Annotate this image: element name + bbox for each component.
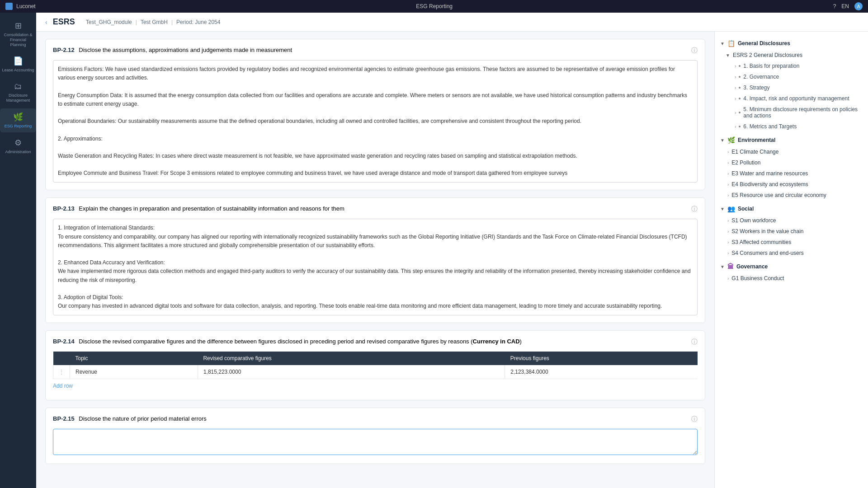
table-col-topic: Topic <box>70 352 198 365</box>
card-header-bp215: BP-2.15 Disclose the nature of prior per… <box>53 415 698 423</box>
help-icon[interactable]: ? <box>833 3 836 9</box>
rp-social-label: Social <box>738 206 754 212</box>
rp-item-e4[interactable]: › E4 Biodiversity and ecosystems <box>715 179 868 190</box>
topbar: Luconet ESG Reporting ? EN A <box>0 0 868 13</box>
env-icon: 🌿 <box>727 136 735 144</box>
page-header: ‹ ESRS Test_GHG_module | Test GmbH | Per… <box>36 13 868 32</box>
lang-selector[interactable]: EN <box>841 3 849 9</box>
sidebar-label-esg: ESG Reporting <box>5 124 32 129</box>
general-icon: 📋 <box>727 40 735 47</box>
rp-sub-impact[interactable]: › 4. Impact, risk and opportunity manage… <box>715 93 868 104</box>
sidebar-item-lease[interactable]: 📄 Lease Accounting <box>0 52 36 76</box>
page-title: ESRS <box>53 17 75 27</box>
card-title-bp213: BP-2.13 Explain the changes in preparati… <box>53 205 344 212</box>
rp-sub-basis[interactable]: › 1. Basis for preparation <box>715 61 868 71</box>
card-header-bp213: BP-2.13 Explain the changes in preparati… <box>53 205 698 213</box>
rp-item-s3[interactable]: › S3 Affected communities <box>715 237 868 248</box>
comparative-table: Topic Revised comparative figures Previo… <box>53 352 698 379</box>
card-header-bp212: BP-2.12 Disclose the assumptions, approx… <box>53 47 698 55</box>
main-wrapper: ‹ ESRS Test_GHG_module | Test GmbH | Per… <box>36 13 868 488</box>
social-icon: 👥 <box>727 205 735 212</box>
content-area: BP-2.12 Disclose the assumptions, approx… <box>36 32 868 488</box>
card-bp215: BP-2.15 Disclose the nature of prior per… <box>45 408 705 464</box>
gov-icon: 🏛 <box>727 263 734 270</box>
cell-revised[interactable]: 1,815,223.0000 <box>198 365 505 379</box>
rp-section-header-env[interactable]: ▼ 🌿 Environmental <box>715 134 868 146</box>
card-title-bp214: BP-2.14 Disclose the revised comparative… <box>53 338 522 345</box>
consolidation-icon: ⊞ <box>15 21 22 31</box>
rp-section-general: ▼ 📋 General Disclosures ▼ ESRS 2 General… <box>715 37 868 132</box>
chevron-env: ▼ <box>720 138 725 143</box>
rp-sub-governance[interactable]: › 2. Governance <box>715 71 868 82</box>
topbar-left: Luconet <box>5 3 36 10</box>
card-title-text-bp214: Disclose the revised comparative figures… <box>79 338 522 345</box>
sidebar-item-consolidation[interactable]: ⊞ Consolidation & Financial Planning <box>0 17 36 51</box>
esg-icon: 🌿 <box>13 112 23 122</box>
rp-item-e2[interactable]: › E2 Pollution <box>715 157 868 168</box>
breadcrumb-item-3[interactable]: Period: June 2054 <box>176 19 220 25</box>
table-col-previous: Previous figures <box>505 352 698 365</box>
cell-previous[interactable]: 2,123,384.0000 <box>505 365 698 379</box>
topbar-center: ESG Reporting <box>416 3 453 9</box>
info-icon-bp215[interactable]: ⓘ <box>691 415 698 423</box>
rp-section-header-gov[interactable]: ▼ 🏛 Governance <box>715 260 868 273</box>
rp-esrs2-label: ESRS 2 General Disclosures <box>733 52 802 58</box>
rp-gov-label: Governance <box>736 263 768 270</box>
card-bp213: BP-2.13 Explain the changes in preparati… <box>45 197 705 323</box>
rp-sub-minimum[interactable]: › 5. Minimum disclosure requirements on … <box>715 104 868 121</box>
rp-item-s2[interactable]: › S2 Workers in the value chain <box>715 226 868 237</box>
bp215-textarea[interactable] <box>53 429 698 455</box>
chevron-social: ▼ <box>720 206 725 211</box>
breadcrumb-item-2[interactable]: Test GmbH <box>141 19 168 25</box>
card-title-text-bp215: Disclose the nature of prior period mate… <box>79 415 207 422</box>
cell-topic[interactable]: Revenue <box>70 365 198 379</box>
rp-general-label: General Disclosures <box>738 40 790 47</box>
page-heading: ESG Reporting <box>416 3 453 9</box>
sidebar-label-lease: Lease Accounting <box>2 68 34 73</box>
card-bp214: BP-2.14 Disclose the revised comparative… <box>45 330 705 400</box>
breadcrumb-item-1[interactable]: Test_GHG_module <box>86 19 132 25</box>
card-content-bp212[interactable]: Emissions Factors: We have used standard… <box>53 60 698 183</box>
rp-item-s4[interactable]: › S4 Consumers and end-users <box>715 248 868 258</box>
rp-item-e3[interactable]: › E3 Water and marine resources <box>715 168 868 179</box>
rp-dot <box>739 87 741 89</box>
rp-section-header-general[interactable]: ▼ 📋 General Disclosures <box>715 37 868 50</box>
sidebar-item-disclosure[interactable]: 🗂 Disclosure Management <box>0 78 36 107</box>
lease-icon: 📄 <box>13 56 23 66</box>
rp-item-s1[interactable]: › S1 Own workforce <box>715 215 868 226</box>
rp-section-governance: ▼ 🏛 Governance › G1 Business Conduct <box>715 260 868 284</box>
rp-sub-metrics[interactable]: › 6. Metrics and Targets <box>715 121 868 132</box>
info-icon-bp213[interactable]: ⓘ <box>691 205 698 213</box>
add-row-button[interactable]: Add row <box>53 379 73 393</box>
sidebar-item-admin[interactable]: ⚙ Administration <box>0 134 36 158</box>
rp-section-header-social[interactable]: ▼ 👥 Social <box>715 202 868 215</box>
info-icon-bp214[interactable]: ⓘ <box>691 338 698 346</box>
table-row: ⋮ Revenue 1,815,223.0000 2,123,384.0000 <box>53 365 698 379</box>
row-handle: ⋮ <box>53 365 70 379</box>
back-button[interactable]: ‹ <box>45 19 47 26</box>
rp-sub-strategy[interactable]: › 3. Strategy <box>715 82 868 93</box>
card-content-bp213[interactable]: 1. Integration of International Standard… <box>53 219 698 315</box>
card-title-bp215: BP-2.15 Disclose the nature of prior per… <box>53 415 207 422</box>
rp-item-e1[interactable]: › E1 Climate Change <box>715 146 868 157</box>
rp-section-social: ▼ 👥 Social › S1 Own workforce › S2 Worke… <box>715 202 868 258</box>
rp-esrs2-group: ▼ ESRS 2 General Disclosures › 1. Basis … <box>715 50 868 132</box>
table-col-revised: Revised comparative figures <box>198 352 505 365</box>
main-content: BP-2.12 Disclose the assumptions, approx… <box>36 32 714 488</box>
topbar-right: ? EN A <box>833 2 863 10</box>
right-panel: ▼ 📋 General Disclosures ▼ ESRS 2 General… <box>714 32 868 488</box>
rp-item-e5[interactable]: › E5 Resource use and circular economy <box>715 190 868 201</box>
disclosure-icon: 🗂 <box>14 82 22 91</box>
user-avatar[interactable]: A <box>854 2 863 10</box>
rp-item-g1[interactable]: › G1 Business Conduct <box>715 273 868 284</box>
chevron-general: ▼ <box>720 41 725 46</box>
card-title-text-bp212: Disclose the assumptions, approximations… <box>79 47 292 53</box>
card-title-text-bp213: Explain the changes in preparation and p… <box>79 205 344 212</box>
info-icon-bp212[interactable]: ⓘ <box>691 47 698 55</box>
sidebar-item-esg[interactable]: 🌿 ESG Reporting <box>0 108 36 132</box>
rp-section-environmental: ▼ 🌿 Environmental › E1 Climate Change › … <box>715 134 868 201</box>
sidebar: ⊞ Consolidation & Financial Planning 📄 L… <box>0 13 36 488</box>
rp-item-esrs2[interactable]: ▼ ESRS 2 General Disclosures <box>715 50 868 61</box>
rp-dot <box>739 112 741 113</box>
breadcrumb: Test_GHG_module | Test GmbH | Period: Ju… <box>86 19 221 25</box>
